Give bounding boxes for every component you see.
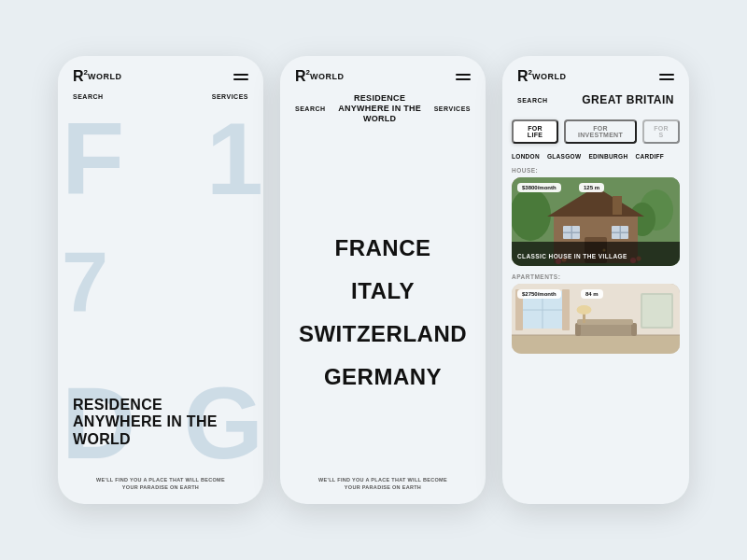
phone-2-page-title: RESIDENCE ANYWHERE IN THE WORLD xyxy=(338,93,421,123)
property-img-apt: $2750/month 84 m xyxy=(512,284,680,354)
svg-rect-32 xyxy=(642,295,671,327)
phone-1-heading-block: RESIDENCE ANYWHERE IN THE WORLD xyxy=(73,397,248,448)
nav-services-1[interactable]: SERVICES xyxy=(212,93,248,100)
property-title-text: CLASSIC HOUSE IN THE VILLAGE xyxy=(517,253,627,259)
tab-for-investment[interactable]: FOR INVESTMENT xyxy=(564,119,637,144)
svg-rect-11 xyxy=(612,232,628,234)
country-switzerland[interactable]: SWITZERLAND xyxy=(299,321,467,347)
city-cardiff[interactable]: CARDIFF xyxy=(635,153,664,160)
phone-1-heading: RESIDENCE ANYWHERE IN THE WORLD xyxy=(73,397,248,448)
phone-2-nav: SEARCH RESIDENCE ANYWHERE IN THE WORLD S… xyxy=(280,91,486,131)
nav-search-3[interactable]: SEARCH xyxy=(517,97,548,104)
phone-3-header: R 2 WORLD xyxy=(502,56,689,91)
property-card-house[interactable]: $3800/month 125 m CLASSIC HOUSE IN THE V… xyxy=(512,177,680,266)
cities-row: LONDON GLASGOW EDINBURGH CARDIFF xyxy=(502,149,689,167)
phone-frame-1: R 2 WORLD SEARCH SERVICES F 1 7 D G xyxy=(58,56,263,504)
logo-3: R 2 WORLD xyxy=(517,69,567,84)
phone-1-nav: SEARCH SERVICES xyxy=(58,91,263,107)
svg-rect-26 xyxy=(562,289,570,330)
svg-point-1 xyxy=(512,189,551,241)
country-france[interactable]: FRANCE xyxy=(335,235,431,261)
house-size-badge: 125 m xyxy=(579,183,604,192)
hamburger-menu-2[interactable] xyxy=(456,74,471,80)
logo-r-2: R xyxy=(295,69,306,84)
apt-price-badge: $2750/month xyxy=(517,289,561,299)
logo-word-3: WORLD xyxy=(532,72,567,81)
logo-r-1: R xyxy=(73,69,84,84)
big-letter-7: 7 xyxy=(58,240,105,372)
logo-word-2: WORLD xyxy=(310,72,345,81)
svg-rect-29 xyxy=(631,323,637,336)
house-price-badge: $3800/month xyxy=(517,183,561,192)
big-letter-f: F xyxy=(58,107,120,240)
logo-1: R 2 WORLD xyxy=(73,69,122,84)
svg-point-34 xyxy=(577,305,592,315)
city-glasgow[interactable]: GLASGOW xyxy=(547,153,581,160)
country-italy[interactable]: ITALY xyxy=(351,278,415,304)
big-row-2: 7 xyxy=(58,240,263,372)
big-letter-1: 1 xyxy=(206,107,263,240)
city-edinburgh[interactable]: EDINBURGH xyxy=(588,153,627,160)
country-germany[interactable]: GERMANY xyxy=(324,364,442,390)
section-apartments-label: APARTMENTS: xyxy=(502,273,689,284)
phone-3-nav: SEARCH GREAT BRITAIN xyxy=(502,91,689,114)
logo-2: R 2 WORLD xyxy=(295,69,345,84)
phone-3-page-title: GREAT BRITAIN xyxy=(582,93,674,106)
nav-search-2[interactable]: SEARCH xyxy=(295,105,326,112)
city-london[interactable]: LONDON xyxy=(512,153,540,160)
property-card-apt[interactable]: $2750/month 84 m xyxy=(512,284,680,354)
phone-1-footer: WE'LL FIND YOU A PLACE THAT WILL BECOME … xyxy=(58,476,263,492)
phone-frame-3: R 2 WORLD SEARCH GREAT BRITAIN FOR LIFE … xyxy=(502,56,689,504)
tab-for-life[interactable]: FOR LIFE xyxy=(512,119,558,144)
nav-search-1[interactable]: SEARCH xyxy=(73,93,104,100)
logo-word-1: WORLD xyxy=(88,72,122,81)
section-house-label: HOUSE: xyxy=(502,167,689,177)
svg-rect-8 xyxy=(563,232,580,234)
svg-rect-20 xyxy=(512,335,680,354)
logo-r-3: R xyxy=(517,69,529,84)
apt-size-badge: 84 m xyxy=(581,289,603,299)
tabs-row: FOR LIFE FOR INVESTMENT FOR S xyxy=(502,114,689,149)
phone-1-header: R 2 WORLD xyxy=(58,56,263,91)
tab-for-s[interactable]: FOR S xyxy=(642,119,680,144)
phone-2-footer: WE'LL FIND YOU A PLACE THAT WILL BECOME … xyxy=(318,476,447,492)
phone-1-content: F 1 7 D G RESIDENCE ANYWHERE IN THE WORL… xyxy=(58,107,263,504)
svg-rect-14 xyxy=(613,196,622,215)
big-row-1: F 1 xyxy=(58,107,263,240)
hamburger-menu-3[interactable] xyxy=(659,74,674,80)
phone-2-header: R 2 WORLD xyxy=(280,56,486,91)
phone-2-content: FRANCE ITALY SWITZERLAND GERMANY WE'LL F… xyxy=(280,131,486,504)
property-title-bar: CLASSIC HOUSE IN THE VILLAGE xyxy=(512,242,680,266)
phone-frame-2: R 2 WORLD SEARCH RESIDENCE ANYWHERE IN T… xyxy=(280,56,486,504)
svg-rect-28 xyxy=(575,323,581,336)
phone-3-content: FOR LIFE FOR INVESTMENT FOR S LONDON GLA… xyxy=(502,114,689,504)
hamburger-menu-1[interactable] xyxy=(233,74,248,80)
countries-list: FRANCE ITALY SWITZERLAND GERMANY xyxy=(299,149,467,475)
svg-rect-27 xyxy=(577,323,633,336)
nav-services-2[interactable]: SERVICES xyxy=(434,105,471,112)
